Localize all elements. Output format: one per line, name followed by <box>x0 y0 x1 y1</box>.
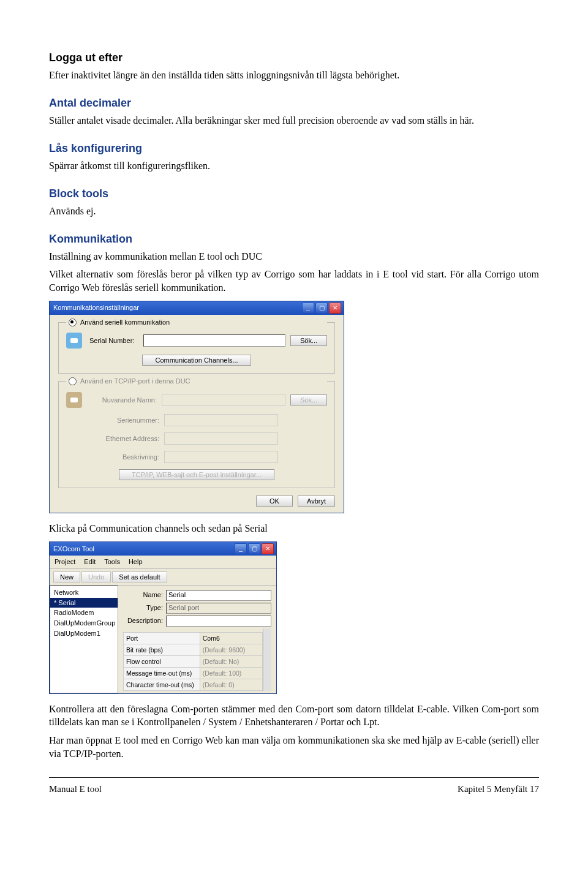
table-row: PortCom6 <box>124 632 263 644</box>
para-corrigo-web: Har man öppnat E tool med en Corrigo Web… <box>49 734 539 760</box>
group-tcp: Använd en TCP/IP-port i denna DUC Nuvara… <box>58 381 335 488</box>
footer-rule <box>49 777 539 778</box>
name-input[interactable]: Serial <box>166 590 271 601</box>
menubar: Project Edit Tools Help <box>50 556 276 569</box>
ok-button[interactable]: OK <box>256 496 293 507</box>
new-button[interactable]: New <box>53 571 80 583</box>
titlebar[interactable]: Kommunikationsinställningar _ ▢ ✕ <box>50 301 344 315</box>
menu-help[interactable]: Help <box>129 557 143 567</box>
serial-number-input[interactable] <box>143 334 285 347</box>
para-logga-ut: Efter inaktivitet längre än den inställd… <box>49 69 539 82</box>
tcp-name-label: Nuvarande Namn: <box>89 396 157 405</box>
radio-tcp[interactable] <box>69 377 77 385</box>
group-serial: Använd seriell kommunikation Serial Numb… <box>58 322 335 374</box>
para-comport: Kontrollera att den föreslagna Com-porte… <box>49 703 539 729</box>
type-label: Type: <box>123 603 163 613</box>
name-label: Name: <box>123 590 163 600</box>
close-icon[interactable]: ✕ <box>262 543 274 554</box>
tcp-icon <box>66 392 82 408</box>
minimize-icon[interactable]: _ <box>235 543 247 554</box>
toolbar: New Undo Set as default <box>50 569 276 586</box>
para-las-konfig: Spärrar åtkomst till konfigureringsflike… <box>49 159 539 173</box>
serial-number-label: Serial Number: <box>89 336 138 345</box>
table-row: Message time-out (ms)(Default: 100) <box>124 667 263 679</box>
list-item-selected[interactable]: * Serial <box>50 598 118 608</box>
tcp-settings-button: TCP/IP, WEB-sajt och E-post inställninga… <box>119 469 274 480</box>
heading-kommunikation: Kommunikation <box>49 232 539 246</box>
set-default-button[interactable]: Set as default <box>112 571 167 583</box>
channel-list[interactable]: Network * Serial RadioModem DialUpModemG… <box>50 586 118 693</box>
list-item[interactable]: Network <box>50 587 118 598</box>
dialog-title: Kommunikationsinställningar <box>53 303 139 312</box>
radio-serial[interactable] <box>69 319 77 326</box>
dialog-kommunikation: Kommunikationsinställningar _ ▢ ✕ Använd… <box>49 301 344 514</box>
tcp-name-input <box>162 394 285 406</box>
radio-tcp-label: Använd en TCP/IP-port i denna DUC <box>80 377 190 386</box>
comm-channels-button[interactable]: Communication Channels... <box>142 355 251 366</box>
list-item[interactable]: RadioModem <box>50 608 118 618</box>
tcp-serial-input <box>164 414 278 426</box>
tcp-eth-label: Ethernet Address: <box>92 434 159 443</box>
channel-detail: Name:Serial Type:Serial port Description… <box>118 586 276 693</box>
maximize-icon[interactable]: ▢ <box>315 303 328 314</box>
tcp-eth-input <box>164 432 278 445</box>
tcp-desc-input <box>164 451 278 463</box>
undo-button: Undo <box>81 571 111 583</box>
desc-label: Description: <box>123 616 163 625</box>
scrollbar[interactable] <box>263 628 271 691</box>
page-footer: Manual E tool Kapitel 5 Menyfält 17 <box>49 783 539 795</box>
table-row: Character time-out (ms)(Default: 0) <box>124 679 263 690</box>
tcp-search-button: Sök... <box>290 394 327 405</box>
tcp-desc-label: Beskrivning: <box>92 453 159 462</box>
list-item[interactable]: DialUpModemGroup <box>50 618 118 628</box>
heading-antal-decimaler: Antal decimaler <box>49 96 539 110</box>
para-block-tools: Används ej. <box>49 205 539 218</box>
minimize-icon[interactable]: _ <box>302 303 314 314</box>
desc-input[interactable] <box>166 616 271 627</box>
heading-logga-ut: Logga ut efter <box>49 50 539 65</box>
type-input: Serial port <box>166 603 271 614</box>
search-button[interactable]: Sök... <box>290 335 327 346</box>
para-antal-decimaler: Ställer antalet visade decimaler. Alla b… <box>49 114 539 127</box>
titlebar-exocom[interactable]: EXOcom Tool _ ▢ ✕ <box>50 542 276 556</box>
property-table[interactable]: PortCom6 Bit rate (bps)(Default: 9600) F… <box>123 632 263 691</box>
heading-las-konfig: Lås konfigurering <box>49 141 539 156</box>
maximize-icon[interactable]: ▢ <box>248 543 260 554</box>
radio-serial-label: Använd seriell kommunikation <box>80 318 170 327</box>
para-click-comm: Klicka på Communication channels och sed… <box>49 522 539 535</box>
footer-left: Manual E tool <box>49 783 102 795</box>
table-row: Flow control(Default: No) <box>124 655 263 667</box>
menu-edit[interactable]: Edit <box>84 557 96 567</box>
serial-cable-icon <box>66 333 82 349</box>
dialog-exocom: EXOcom Tool _ ▢ ✕ Project Edit Tools Hel… <box>49 541 277 694</box>
heading-block-tools: Block tools <box>49 186 539 201</box>
close-icon[interactable]: ✕ <box>329 303 341 314</box>
para-komm-2: Vilket alternativ som föreslås beror på … <box>49 268 539 294</box>
para-komm-1: Inställning av kommunikation mellan E to… <box>49 250 539 263</box>
footer-right: Kapitel 5 Menyfält 17 <box>458 783 539 795</box>
dialog2-title: EXOcom Tool <box>53 545 94 554</box>
tcp-serial-label: Serienummer: <box>92 416 159 425</box>
menu-tools[interactable]: Tools <box>104 557 120 567</box>
para-comport-lead: Kontrollera att den föreslagna Com-porte… <box>49 704 450 714</box>
table-row: Bit rate (bps)(Default: 9600) <box>124 644 263 655</box>
cancel-button[interactable]: Avbryt <box>298 496 335 507</box>
menu-project[interactable]: Project <box>55 557 75 567</box>
list-item[interactable]: DialUpModem1 <box>50 628 118 639</box>
